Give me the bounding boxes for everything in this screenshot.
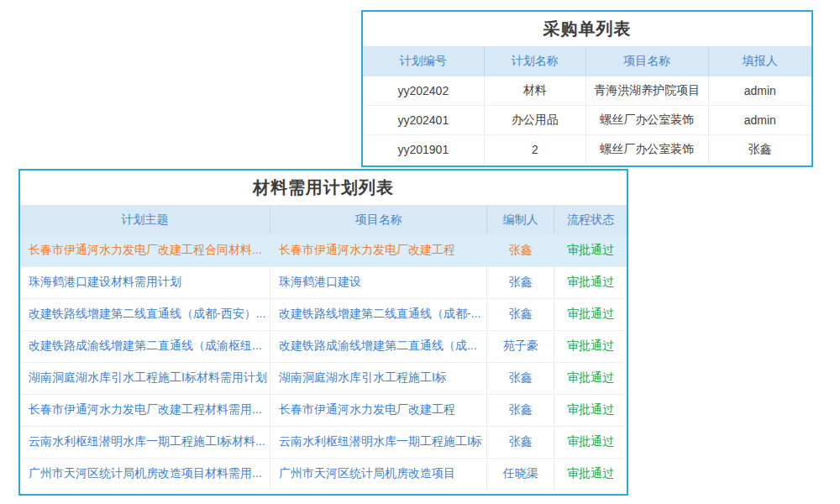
purchase-table-cell: yy202401: [363, 105, 484, 134]
plan-subject-cell: 广州市天河区统计局机房改造项目材料需用...: [20, 458, 270, 490]
project-name-cell: 湖南洞庭湖水库引水工程施工I标: [270, 362, 486, 394]
page-canvas: 采购单列表 计划编号计划名称项目名称填报人 yy202402材料青海洪湖养护院项…: [0, 0, 840, 504]
project-name-cell: 云南水利枢纽潜明水库一期工程施工I标: [270, 426, 486, 458]
material-table-header: 计划主题项目名称编制人流程状态: [20, 206, 627, 234]
material-table: 计划主题项目名称编制人流程状态 长春市伊通河水力发电厂改建工程合同材料...长春…: [20, 206, 627, 490]
plan-subject-cell: 改建铁路成渝线增建第二直通线（成渝枢纽...: [20, 330, 270, 362]
compiler-cell: 张鑫: [487, 394, 554, 426]
purchase-table-cell: yy202402: [363, 76, 484, 105]
material-column-header: 流程状态: [554, 206, 627, 234]
project-name-cell: 珠海鹤港口建设: [270, 266, 486, 298]
plan-subject-cell: 改建铁路线增建第二线直通线（成都-西安）...: [20, 298, 270, 330]
purchase-table-header: 计划编号计划名称项目名称填报人: [363, 47, 811, 76]
purchase-table-row[interactable]: yy202401办公用品螺丝厂办公室装饰admin: [363, 105, 811, 134]
status-cell: 审批通过: [554, 458, 627, 490]
project-name-cell: 长春市伊通河水力发电厂改建工程: [270, 234, 486, 266]
material-table-row[interactable]: 改建铁路成渝线增建第二直通线（成渝枢纽...改建铁路成渝线增建第二直通线（成..…: [20, 330, 627, 362]
project-name-cell: 改建铁路成渝线增建第二直通线（成...: [270, 330, 486, 362]
plan-subject-cell: 长春市伊通河水力发电厂改建工程合同材料...: [20, 234, 270, 266]
compiler-cell: 张鑫: [487, 426, 554, 458]
compiler-cell: 张鑫: [487, 266, 554, 298]
project-name-cell: 广州市天河区统计局机房改造项目: [270, 458, 486, 490]
compiler-cell: 张鑫: [487, 234, 554, 266]
status-cell: 审批通过: [554, 330, 627, 362]
purchase-column-header: 项目名称: [585, 47, 708, 76]
material-table-row[interactable]: 湖南洞庭湖水库引水工程施工I标材料需用计划湖南洞庭湖水库引水工程施工I标张鑫审批…: [20, 362, 627, 394]
material-table-row[interactable]: 珠海鹤港口建设材料需用计划珠海鹤港口建设张鑫审批通过: [20, 266, 627, 298]
status-cell: 审批通过: [554, 426, 627, 458]
material-table-row[interactable]: 云南水利枢纽潜明水库一期工程施工I标材料...云南水利枢纽潜明水库一期工程施工I…: [20, 426, 627, 458]
material-plan-list-card: 材料需用计划列表 计划主题项目名称编制人流程状态 长春市伊通河水力发电厂改建工程…: [18, 169, 628, 496]
purchase-table-cell: 螺丝厂办公室装饰: [585, 134, 708, 164]
plan-subject-cell: 珠海鹤港口建设材料需用计划: [20, 266, 270, 298]
purchase-column-header: 计划编号: [363, 47, 484, 76]
material-column-header: 编制人: [487, 206, 554, 234]
purchase-table-cell: 张鑫: [708, 134, 811, 164]
material-table-row[interactable]: 长春市伊通河水力发电厂改建工程材料需用...长春市伊通河水力发电厂改建工程张鑫审…: [20, 394, 627, 426]
project-name-cell: 长春市伊通河水力发电厂改建工程: [270, 394, 486, 426]
plan-subject-cell: 长春市伊通河水力发电厂改建工程材料需用...: [20, 394, 270, 426]
purchase-column-header: 计划名称: [484, 47, 585, 76]
purchase-table-cell: 2: [484, 134, 585, 164]
compiler-cell: 张鑫: [487, 362, 554, 394]
status-cell: 审批通过: [554, 298, 627, 330]
purchase-table-cell: 材料: [484, 76, 585, 105]
purchase-table-title: 采购单列表: [363, 12, 811, 47]
purchase-table-cell: admin: [708, 105, 811, 134]
purchase-table-cell: 办公用品: [484, 105, 585, 134]
status-cell: 审批通过: [554, 266, 627, 298]
status-cell: 审批通过: [554, 234, 627, 266]
status-cell: 审批通过: [554, 394, 627, 426]
purchase-column-header: 填报人: [708, 47, 811, 76]
material-table-title: 材料需用计划列表: [20, 171, 627, 206]
project-name-cell: 改建铁路线增建第二线直通线（成都-...: [270, 298, 486, 330]
purchase-table-cell: 螺丝厂办公室装饰: [585, 105, 708, 134]
compiler-cell: 苑子豪: [487, 330, 554, 362]
material-table-row[interactable]: 长春市伊通河水力发电厂改建工程合同材料...长春市伊通河水力发电厂改建工程张鑫审…: [20, 234, 627, 266]
plan-subject-cell: 云南水利枢纽潜明水库一期工程施工I标材料...: [20, 426, 270, 458]
compiler-cell: 张鑫: [487, 298, 554, 330]
purchase-order-list-card: 采购单列表 计划编号计划名称项目名称填报人 yy202402材料青海洪湖养护院项…: [361, 10, 813, 167]
plan-subject-cell: 湖南洞庭湖水库引水工程施工I标材料需用计划: [20, 362, 270, 394]
purchase-table-cell: admin: [708, 76, 811, 105]
material-table-row[interactable]: 广州市天河区统计局机房改造项目材料需用...广州市天河区统计局机房改造项目任晓渠…: [20, 458, 627, 490]
purchase-table: 计划编号计划名称项目名称填报人 yy202402材料青海洪湖养护院项目admin…: [363, 47, 811, 164]
material-column-header: 计划主题: [20, 206, 270, 234]
purchase-table-row[interactable]: yy2019012螺丝厂办公室装饰张鑫: [363, 134, 811, 164]
purchase-table-cell: 青海洪湖养护院项目: [585, 76, 708, 105]
purchase-table-row[interactable]: yy202402材料青海洪湖养护院项目admin: [363, 76, 811, 105]
compiler-cell: 任晓渠: [487, 458, 554, 490]
material-table-row[interactable]: 改建铁路线增建第二线直通线（成都-西安）...改建铁路线增建第二线直通线（成都-…: [20, 298, 627, 330]
material-column-header: 项目名称: [270, 206, 486, 234]
purchase-table-cell: yy201901: [363, 134, 484, 164]
status-cell: 审批通过: [554, 362, 627, 394]
